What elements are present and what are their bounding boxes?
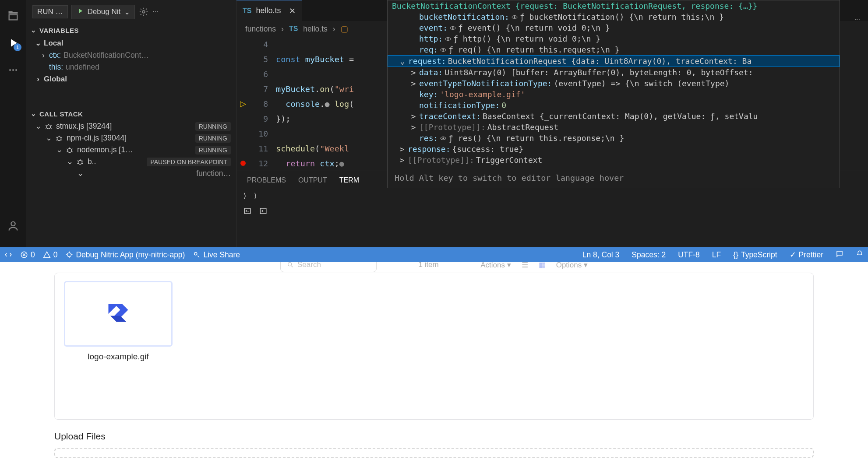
hover-property[interactable]: bucketNotification: ƒ bucketNotification…	[388, 11, 840, 22]
svg-point-18	[443, 49, 444, 50]
file-item[interactable]: logo-example.gif	[64, 281, 173, 362]
callstack-row[interactable]: ⌄function…	[26, 168, 236, 179]
tab-terminal[interactable]: TERM	[339, 176, 359, 188]
chevron-down-icon: ⌄	[124, 7, 130, 17]
hover-property[interactable]: >data: Uint8Array(0) [buffer: ArrayBuffe…	[388, 67, 840, 78]
hover-property[interactable]: >eventTypeToNotificationType: (eventType…	[388, 78, 840, 89]
svg-point-2	[15, 69, 17, 71]
svg-point-1	[12, 69, 14, 71]
indent-status[interactable]: Spaces: 2	[632, 250, 666, 260]
debug-badge: 1	[14, 43, 21, 51]
editor-actions-icon[interactable]: ···	[854, 16, 860, 24]
tab-problems[interactable]: PROBLEMS	[247, 176, 286, 188]
typescript-icon: TS	[243, 7, 251, 15]
debug-toolbar: RUN … Debug Nit ⌄ ···	[26, 0, 236, 24]
svg-point-0	[9, 69, 11, 71]
callstack-row[interactable]: ⌄nodemon.js [1…RUNNING	[26, 144, 236, 156]
warnings-badge[interactable]: 0	[43, 250, 58, 260]
bell-icon[interactable]	[856, 250, 864, 260]
svg-point-23	[194, 253, 197, 255]
svg-point-3	[11, 222, 15, 226]
debug-step-icon[interactable]: ⟩	[243, 192, 246, 200]
vscode-window: 1 RUN … Debug Nit ⌄ ··· ⌄VARIABLES ⌄Loca…	[0, 0, 868, 266]
more-icon[interactable]	[6, 63, 20, 77]
more-icon[interactable]: ···	[152, 8, 158, 16]
eol-status[interactable]: LF	[712, 250, 721, 260]
svg-point-6	[57, 137, 61, 140]
callstack-row[interactable]: ⌄npm-cli.js [39044]RUNNING	[26, 132, 236, 144]
upload-dropzone[interactable]	[54, 448, 814, 458]
close-tab-icon[interactable]: ✕	[289, 6, 296, 16]
hover-property[interactable]: notificationType: 0	[388, 100, 840, 111]
svg-point-24	[288, 263, 292, 266]
run-debug-icon[interactable]: 1	[6, 36, 20, 50]
start-debug-icon	[76, 7, 84, 17]
language-status[interactable]: {} TypeScript	[733, 250, 777, 260]
typescript-icon: TS	[289, 25, 298, 33]
browser-bucket-view: Search 1 item Actions ▾ ☰ ▦ Options ▾ lo…	[0, 262, 868, 467]
hover-property[interactable]: ⌄request: BucketNotificationRequest {dat…	[388, 55, 840, 67]
debug-sidebar: RUN … Debug Nit ⌄ ··· ⌄VARIABLES ⌄Local …	[26, 0, 236, 266]
svg-point-16	[448, 38, 449, 39]
file-thumbnail	[64, 281, 173, 347]
formatter-status[interactable]: ✓ Prettier	[790, 250, 823, 260]
encoding-status[interactable]: UTF-8	[678, 250, 700, 260]
debug-config-dropdown[interactable]: Debug Nit ⌄	[71, 5, 135, 19]
svg-point-14	[452, 27, 453, 28]
activity-bar: 1	[0, 0, 26, 266]
hover-hint: Hold Alt key to switch to editor languag…	[388, 165, 840, 186]
hover-property[interactable]: http: ƒ http() {\n return void 0;\n }	[388, 33, 840, 44]
feedback-icon[interactable]	[836, 250, 843, 260]
remote-icon[interactable]	[4, 251, 12, 259]
hover-property[interactable]: event: ƒ event() {\n return void 0;\n }	[388, 22, 840, 33]
hover-header: BucketNotificationContext {request: Buck…	[388, 0, 840, 11]
local-scope[interactable]: ⌄Local	[26, 37, 236, 49]
logo-icon	[99, 294, 138, 334]
debug-status[interactable]: Debug Nitric App (my-nitric-app)	[65, 250, 185, 260]
run-label[interactable]: RUN …	[32, 5, 68, 18]
symbol-icon: ▢	[341, 25, 348, 34]
upload-header: Upload Files	[54, 431, 814, 442]
svg-point-12	[514, 16, 515, 18]
file-name: logo-example.gif	[88, 352, 148, 362]
cursor-position[interactable]: Ln 8, Col 3	[582, 250, 620, 260]
svg-point-4	[142, 11, 145, 13]
debug-console-icon[interactable]	[259, 207, 267, 217]
hover-property[interactable]: key: 'logo-example.gif'	[388, 89, 840, 100]
call-stack-section[interactable]: ⌄CALL STACK	[26, 107, 236, 120]
svg-point-22	[67, 253, 71, 257]
tab-output[interactable]: OUTPUT	[298, 176, 327, 188]
svg-point-20	[443, 137, 444, 139]
hover-property[interactable]: >traceContext: BaseContext {_currentCont…	[388, 111, 840, 122]
errors-badge[interactable]: 0	[20, 250, 35, 260]
svg-point-8	[78, 160, 82, 164]
hover-property[interactable]: >[[Prototype]]: TriggerContext	[388, 154, 840, 165]
callstack-row[interactable]: ⌄stmux.js [39244]RUNNING	[26, 120, 236, 132]
account-icon[interactable]	[6, 219, 20, 233]
live-share[interactable]: Live Share	[193, 250, 240, 260]
tab-hello-ts[interactable]: TS hello.ts ✕	[236, 0, 302, 21]
variable-ctx[interactable]: ›ctx: BucketNotificationCont…	[26, 49, 236, 61]
bucket-files: logo-example.gif	[54, 273, 814, 420]
svg-point-7	[68, 148, 72, 152]
debug-continue-icon[interactable]: ⟩	[254, 192, 257, 200]
hover-property[interactable]: >response: {success: true}	[388, 144, 840, 154]
svg-point-5	[47, 125, 51, 129]
hover-property[interactable]: req: ƒ req() {\n return this.request;\n …	[388, 44, 840, 55]
hover-property[interactable]: >[[Prototype]]: AbstractRequest	[388, 122, 840, 133]
explorer-icon[interactable]	[6, 9, 20, 23]
terminal-icon[interactable]	[243, 207, 251, 217]
svg-rect-9	[244, 208, 251, 214]
config-gear-icon[interactable]	[138, 7, 149, 17]
variable-this[interactable]: this: undefined	[26, 61, 236, 73]
status-bar: 0 0 Debug Nitric App (my-nitric-app) Liv…	[0, 247, 868, 262]
hover-property[interactable]: res: ƒ res() {\n return this.response;\n…	[388, 133, 840, 144]
debug-hover-tooltip: BucketNotificationContext {request: Buck…	[387, 0, 840, 188]
global-scope[interactable]: ›Global	[26, 73, 236, 85]
callstack-row[interactable]: ⌄b..PAUSED ON BREAKPOINT	[26, 156, 236, 168]
variables-section[interactable]: ⌄VARIABLES	[26, 24, 236, 37]
